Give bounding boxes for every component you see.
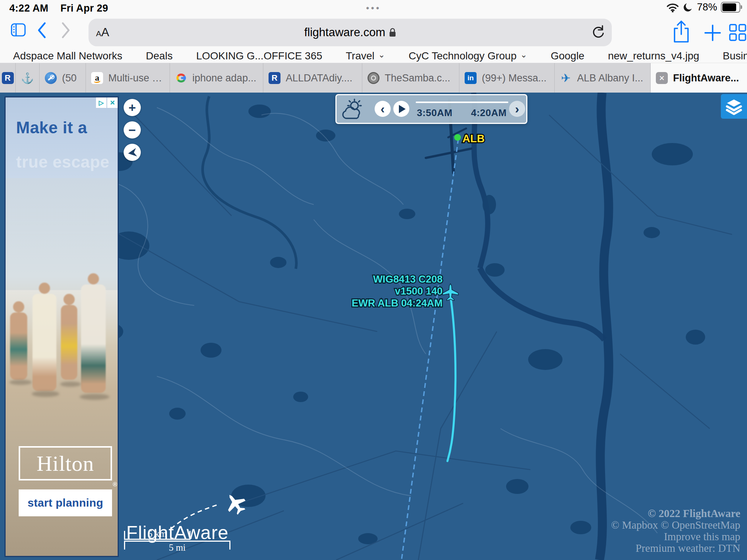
- adchoices-icon[interactable]: ▷: [96, 97, 106, 108]
- ad-photo-beach-family: Hilton ® start planning: [6, 178, 118, 556]
- map-layers-button[interactable]: [721, 94, 747, 119]
- close-tab-icon[interactable]: ✕: [656, 72, 668, 84]
- tab-anchor[interactable]: ⚓: [16, 63, 40, 93]
- bookmark-new-returns[interactable]: new_returns_v4.jpg: [608, 50, 699, 62]
- ad-photo-figure-man: [81, 273, 106, 393]
- map-attribution: © 2022 FlightAware © Mapbox © OpenStreet…: [611, 508, 740, 554]
- zoom-in-button[interactable]: +: [124, 99, 141, 116]
- scrubber-next-button[interactable]: ›: [509, 101, 525, 117]
- scrubber-start-time: 3:50AM: [417, 107, 452, 119]
- hilton-logo[interactable]: Hilton: [19, 446, 112, 480]
- reload-icon[interactable]: [591, 24, 606, 41]
- scale-bar-km: 5 km: [124, 531, 190, 540]
- flight-speed-altitude: v1500 140: [395, 286, 443, 297]
- scale-mi-label: 5 mi: [125, 542, 229, 553]
- wifi-icon: [666, 3, 679, 12]
- anchor-favicon: ⚓: [22, 72, 34, 84]
- flight-track-line: [447, 296, 455, 461]
- scrubber-prev-button[interactable]: ‹: [375, 101, 391, 117]
- thesamba-favicon: [368, 72, 379, 84]
- airport-label: ALB: [462, 133, 485, 144]
- compass-arrow-icon: [126, 146, 139, 159]
- play-icon: [399, 105, 406, 113]
- tab-amazon-multi-use[interactable]: a Multi-use Mi...: [86, 63, 170, 93]
- linkedin-favicon: in: [465, 72, 477, 84]
- sidebar-toggle-icon[interactable]: [10, 22, 26, 37]
- tab-linkedin-messages[interactable]: in (99+) Messa...: [459, 63, 555, 93]
- aircraft-marker[interactable]: [443, 284, 458, 301]
- r-favicon: R: [2, 72, 14, 84]
- compass-button[interactable]: [124, 144, 141, 161]
- tab-google-iphone-adapter[interactable]: iphone adap...: [170, 63, 263, 93]
- airport-marker-alb[interactable]: ALB: [454, 133, 485, 144]
- hilton-ad-banner[interactable]: Make it a true escape ▷ ✕: [4, 96, 119, 557]
- flight-map-canvas[interactable]: ALB WIG8413 C208 v1500 140 EWR ALB 04:24…: [0, 93, 747, 560]
- attribution-mapbox-osm[interactable]: © Mapbox © OpenStreetMap: [611, 519, 740, 531]
- layers-icon: [724, 97, 744, 116]
- zoom-out-button[interactable]: −: [124, 121, 141, 139]
- scrubber-end-time: 4:20AM: [471, 107, 506, 119]
- battery-icon: [721, 2, 740, 13]
- bookmarks-bar: Adspace Mall Networks Deals LOOKING G...…: [0, 49, 747, 63]
- url-text: flightaware.com: [304, 26, 385, 39]
- tab-50[interactable]: (50: [40, 63, 86, 93]
- safari-toolbar: AA flightaware.com: [0, 16, 747, 49]
- wrench-favicon: [45, 72, 57, 84]
- registered-trademark: ®: [113, 481, 117, 488]
- tab-overview-icon[interactable]: [728, 23, 747, 42]
- battery-percent: 78%: [697, 1, 717, 13]
- weather-layer-icon[interactable]: [340, 97, 368, 122]
- adchoices-controls: ▷ ✕: [95, 97, 118, 108]
- ad-photo-figure-woman: [32, 283, 56, 391]
- tab-alb-albany[interactable]: ✈ ALB Albany I...: [555, 63, 651, 93]
- attribution-premium-weather: Premium weather: DTN: [611, 542, 740, 554]
- attribution-improve-map-link[interactable]: Improve this map: [611, 531, 740, 542]
- multitask-dots-icon[interactable]: •••: [366, 3, 381, 13]
- share-icon[interactable]: [672, 20, 691, 44]
- status-date: Fri Apr 29: [61, 3, 108, 14]
- attribution-flightaware: © 2022 FlightAware: [611, 508, 740, 519]
- new-tab-plus-icon[interactable]: [703, 23, 722, 43]
- tab-bar: R ⚓ (50 a Multi-use Mi... iphone adap...…: [0, 63, 747, 93]
- tab-thesamba[interactable]: TheSamba.c...: [362, 63, 459, 93]
- ad-photo-figure-girl: [61, 294, 77, 380]
- bookmark-folder-cyc[interactable]: CyC Technology Group⌄: [409, 50, 527, 62]
- scrubber-timeline[interactable]: [416, 102, 508, 103]
- bookmark-adspace[interactable]: Adspace Mall Networks: [13, 50, 123, 62]
- ad-close-icon[interactable]: ✕: [107, 97, 118, 108]
- ad-headline-area: Make it a true escape: [6, 97, 118, 178]
- address-bar[interactable]: AA flightaware.com: [89, 19, 612, 46]
- back-button-icon[interactable]: [36, 22, 47, 39]
- ipad-screen: 4:22 AMFri Apr 29 ••• 78%: [0, 0, 747, 560]
- bookmark-google[interactable]: Google: [551, 50, 584, 62]
- chevron-down-icon: ⌄: [520, 50, 527, 60]
- scrubber-play-button[interactable]: [393, 101, 409, 117]
- bookmark-looking-office[interactable]: LOOKING G...OFFICE 365: [196, 50, 322, 62]
- alldata-favicon: R: [269, 72, 280, 84]
- ad-photo-figure-boy: [10, 301, 27, 380]
- flight-data-label[interactable]: WIG8413 C208 v1500 140 EWR ALB 04:24AM: [351, 274, 443, 309]
- focus-moon-icon: [683, 2, 693, 13]
- ad-headline-line2: true escape: [16, 153, 109, 171]
- bookmark-folder-business-expenses[interactable]: Business Expenses⌄: [723, 50, 747, 62]
- flight-route-dashed-line: [402, 139, 458, 560]
- scale-km-label: 5 km: [125, 529, 189, 539]
- bookmark-deals[interactable]: Deals: [146, 50, 173, 62]
- bookmark-folder-travel[interactable]: Travel⌄: [346, 50, 385, 62]
- airport-plane-favicon: ✈: [560, 72, 572, 84]
- status-time: 4:22 AM: [9, 3, 49, 14]
- forward-button-icon[interactable]: [61, 22, 72, 39]
- status-time-date: 4:22 AMFri Apr 29: [9, 3, 108, 14]
- tab-r[interactable]: R: [0, 63, 16, 93]
- tab-flightaware-active[interactable]: ✕ FlightAware...: [651, 63, 747, 93]
- ad-headline-line1: Make it a: [16, 118, 87, 137]
- flight-callsign-type: WIG8413 C208: [373, 274, 443, 285]
- lock-icon: [389, 28, 396, 38]
- chevron-down-icon: ⌄: [378, 50, 385, 60]
- flight-route-eta: EWR ALB 04:24AM: [351, 298, 443, 309]
- google-favicon: [175, 72, 187, 84]
- amazon-favicon: a: [91, 72, 103, 84]
- map-terrain-decor: [93, 93, 732, 560]
- ad-cta-button[interactable]: start planning: [19, 489, 112, 516]
- tab-alldata[interactable]: R ALLDATAdiy....: [263, 63, 362, 93]
